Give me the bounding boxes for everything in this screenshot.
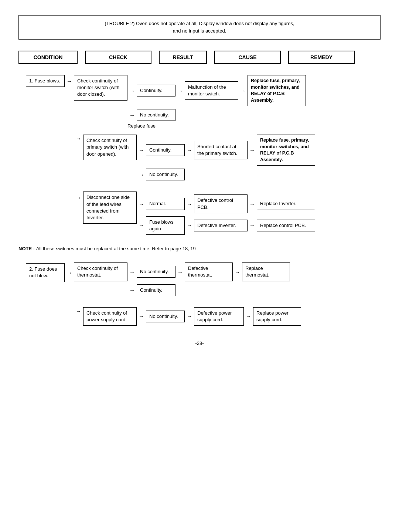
result-no-continuity-2: No continuity. (146, 169, 185, 180)
check-inverter: Disconnect one side of the lead wires co… (83, 192, 137, 224)
result-normal: Normal. (146, 198, 185, 210)
arrow-cause-thermo: → (177, 269, 183, 275)
col-remedy: REMEDY (288, 51, 355, 64)
arrow-cont-s2-1: → (129, 287, 135, 293)
arrow-remedy-thermo: → (235, 269, 240, 275)
result-no-cont-power: No continuity. (146, 311, 185, 322)
header-line2: and no input is accepted. (27, 27, 372, 35)
col-check: CHECK (85, 51, 151, 64)
arrow-cause-power: → (187, 313, 192, 319)
cause-defective-thermo: Defective thermostat. (185, 262, 233, 281)
col-cause: CAUSE (214, 51, 281, 64)
column-headers: CONDITION CHECK RESULT CAUSE REMEDY (18, 51, 381, 64)
arrow-no-cont-s2-1: → (129, 269, 135, 275)
remedy-thermo: Replace thermostat. (242, 262, 290, 281)
section2-diagram: 2. Fuse does not blow. → Check continuit… (26, 259, 381, 326)
arrow-cause-2: → (187, 147, 192, 153)
remedy-replace-inverter: Replace Inverter. (257, 198, 315, 210)
arrow-cause-4: → (187, 222, 192, 228)
note-section: NOTE : All these switches must be replac… (18, 246, 381, 251)
remedy-replace-2: Replace fuse, primary, monitor switches,… (257, 135, 315, 166)
col-result: RESULT (159, 51, 207, 64)
col-condition: CONDITION (18, 51, 78, 64)
arrow-fuse-blows-again: → (139, 222, 144, 228)
arrow-remedy-2: → (249, 147, 255, 153)
note-text: All these switches must be replaced at t… (36, 246, 196, 251)
replace-fuse-label: Replace fuse (127, 123, 315, 129)
arrow-remedy-3: → (249, 201, 255, 207)
result-continuity-1: Continuity. (137, 85, 175, 96)
result-no-continuity-1: No continuity. (137, 109, 175, 121)
arrow-nocont-1: → (129, 112, 135, 118)
arrow-nocont-2: → (139, 172, 144, 178)
result-cont-thermo: Continuity. (137, 284, 175, 296)
arrow-to-power: → (76, 308, 81, 314)
arrow-cause-3: → (187, 201, 192, 207)
arrow-s2-1: → (66, 270, 72, 276)
arrow-cont-2: → (139, 147, 144, 153)
check-power-supply: Check continuity of power supply cord. (83, 307, 137, 326)
check-monitor-switch: Check continuity of monitor switch (with… (74, 75, 127, 101)
result-continuity-2: Continuity. (146, 144, 185, 156)
result-fuse-blows-again: Fuse blows again (146, 216, 185, 235)
arrow-no-cont-power: → (139, 313, 144, 319)
remedy-replace-control-pcb: Replace control PCB. (257, 220, 315, 231)
arrow-remedy-power: → (246, 313, 251, 319)
condition-fuse-blows: 1. Fuse blows. (26, 75, 65, 87)
arrow-remedy-4: → (249, 222, 255, 228)
check-primary-switch: Check continuity of primary switch (with… (83, 135, 137, 160)
arrow1: → (66, 78, 72, 84)
cause-monitor-malfunction: Malfunction of the monitor switch. (185, 81, 238, 100)
remedy-power: Replace power supply cord. (253, 307, 301, 326)
cause-defective-power: Defective power supply cord. (194, 307, 244, 326)
condition-fuse-no-blow: 2. Fuse does not blow. (26, 263, 65, 282)
arrow-cont-1: → (129, 88, 135, 94)
cause-defective-control: Defective control PCB. (194, 194, 248, 213)
note-prefix: NOTE : (18, 246, 36, 251)
arrow-to-primary: → (76, 135, 81, 142)
page-number: -28- (18, 340, 381, 346)
cause-primary-shorted: Shorted contact at the primary switch. (194, 141, 248, 159)
check-thermostat: Check continuity of thermostat. (74, 262, 127, 281)
result-no-cont-thermo: No continuity. (137, 266, 175, 278)
section1-diagram: 1. Fuse blows. → Check continuity of mon… (26, 71, 381, 235)
arrow-remedy-1: → (240, 88, 246, 94)
cause-defective-inverter: Defective Inverter. (194, 220, 248, 231)
arrow-cause-1: → (177, 88, 183, 94)
arrow-to-inverter: → (76, 194, 81, 201)
remedy-replace-1: Replace fuse, primary, monitor switches,… (248, 75, 306, 106)
header-box: (TROUBLE 2) Oven does not operate at all… (18, 15, 381, 40)
arrow-normal: → (139, 201, 144, 207)
header-line1: (TROUBLE 2) Oven does not operate at all… (27, 20, 372, 27)
